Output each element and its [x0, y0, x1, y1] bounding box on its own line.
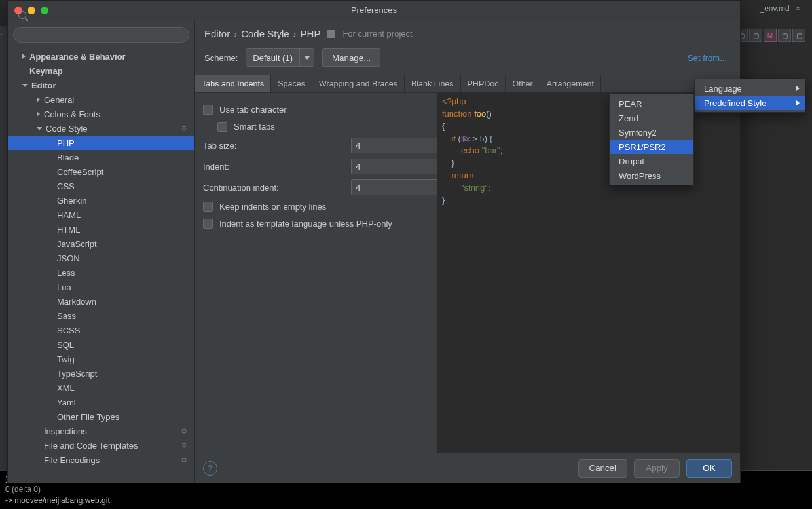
smart-tabs-checkbox[interactable]	[217, 122, 227, 132]
indent-template-checkbox[interactable]	[203, 219, 213, 229]
close-window-button[interactable]	[14, 7, 22, 14]
tab-spaces[interactable]: Spaces	[271, 75, 312, 92]
scheme-value: Default (1)	[246, 53, 299, 63]
menu-item-label: Drupal	[619, 157, 644, 166]
chevron-down-icon[interactable]	[299, 49, 314, 66]
tree-item-label: JSON	[57, 254, 80, 263]
tree-item-appearance-behavior[interactable]: Appearance & Behavior	[8, 49, 194, 64]
minimize-window-button[interactable]	[28, 7, 35, 14]
tab-phpdoc[interactable]: PHPDoc	[461, 75, 506, 92]
tree-item-javascript[interactable]: JavaScript	[8, 236, 194, 251]
tree-item-scss[interactable]: SCSS	[8, 323, 194, 337]
bg-editor-tab[interactable]: _env.md ×	[760, 4, 801, 13]
tree-item-blade[interactable]: Blade	[8, 150, 194, 164]
tree-item-sass[interactable]: Sass	[8, 309, 194, 323]
tree-item-twig[interactable]: Twig	[8, 352, 194, 366]
crumb-editor[interactable]: Editor	[204, 28, 230, 39]
smart-tabs-row: Smart tabs	[203, 118, 434, 135]
menu-item-drupal[interactable]: Drupal	[610, 154, 693, 168]
tree-item-label: Sass	[57, 311, 76, 321]
menu-item-symfony2[interactable]: Symfony2	[610, 125, 693, 140]
tree-item-code-style[interactable]: Code Style⛭	[8, 121, 194, 136]
tree-item-json[interactable]: JSON	[8, 251, 194, 265]
terminal-line: 0 (delta 0)	[5, 484, 807, 495]
tree-item-label: File and Code Templates	[44, 441, 138, 451]
terminal-line: -> moovee/meijiabang.web.git	[5, 495, 807, 506]
tree-item-html[interactable]: HTML	[8, 222, 194, 236]
apply-button[interactable]: Apply	[634, 459, 680, 478]
cancel-button[interactable]: Cancel	[578, 459, 628, 478]
chevron-right-icon	[37, 111, 40, 117]
tree-item-file-encodings[interactable]: File Encodings⛭	[8, 453, 194, 467]
scheme-combobox[interactable]: Default (1)	[246, 48, 314, 67]
tab-arrangement[interactable]: Arrangement	[540, 75, 601, 92]
breadcrumb: Editor › Code Style › PHP For current pr…	[195, 20, 740, 45]
tree-item-haml[interactable]: HAML	[8, 208, 194, 222]
tree-item-colors-fonts[interactable]: Colors & Fonts	[8, 107, 194, 121]
tree-item-typescript[interactable]: TypeScript	[8, 366, 194, 381]
menu-item-predefined-style[interactable]: Predefined Style	[695, 96, 805, 110]
tree-item-label: Colors & Fonts	[44, 109, 100, 119]
tree-item-label: TypeScript	[57, 369, 97, 379]
gear-icon: ⛭	[181, 124, 188, 132]
tab-wrapping-and-braces[interactable]: Wrapping and Braces	[312, 75, 405, 92]
set-from-link[interactable]: Set from...	[688, 53, 731, 63]
tree-item-label: Editor	[31, 81, 56, 90]
tree-item-other-file-types[interactable]: Other File Types	[8, 409, 194, 424]
indent-form: Use tab character Smart tabs Tab size: I…	[195, 93, 437, 453]
menu-item-pear[interactable]: PEAR	[610, 96, 693, 111]
menu-item-label: Language	[704, 84, 742, 94]
menu-item-wordpress[interactable]: WordPress	[610, 168, 693, 183]
tree-item-lua[interactable]: Lua	[8, 280, 194, 294]
menu-item-zend[interactable]: Zend	[610, 111, 693, 125]
chevron-right-icon	[37, 97, 40, 102]
tree-item-markdown[interactable]: Markdown	[8, 294, 194, 309]
tree-item-coffeescript[interactable]: CoffeeScript	[8, 164, 194, 179]
settings-tree[interactable]: Appearance & BehaviorKeymapEditorGeneral…	[8, 47, 194, 483]
zoom-window-button[interactable]	[41, 7, 48, 14]
search-input[interactable]	[13, 27, 189, 43]
tree-item-css[interactable]: CSS	[8, 179, 194, 193]
crumb-codestyle[interactable]: Code Style	[241, 28, 289, 39]
menu-item-psr1-psr2[interactable]: PSR1/PSR2	[610, 140, 693, 154]
tab-size-label: Tab size:	[203, 141, 346, 151]
keep-indents-checkbox[interactable]	[203, 202, 213, 212]
tab-tabs-and-indents[interactable]: Tabs and Indents	[195, 75, 271, 92]
close-icon[interactable]: ×	[796, 4, 800, 13]
tree-item-editor[interactable]: Editor	[8, 78, 194, 92]
tab-blank-lines[interactable]: Blank Lines	[405, 75, 461, 92]
manage-button[interactable]: Manage...	[322, 48, 380, 67]
menu-item-label: Symfony2	[619, 128, 657, 138]
tree-item-yaml[interactable]: Yaml	[8, 395, 194, 409]
tab-other[interactable]: Other	[506, 75, 540, 92]
bg-icon-4[interactable]: ▢	[792, 29, 805, 42]
use-tab-checkbox[interactable]	[203, 105, 213, 115]
titlebar[interactable]: Preferences	[8, 1, 740, 20]
tree-item-less[interactable]: Less	[8, 265, 194, 280]
help-button[interactable]: ?	[203, 461, 217, 476]
menu-item-language[interactable]: Language	[695, 81, 805, 96]
chevron-right-icon: ›	[234, 28, 237, 39]
tree-item-xml[interactable]: XML	[8, 381, 194, 395]
tree-item-label: Code Style	[46, 124, 88, 134]
tree-item-label: General	[44, 95, 74, 105]
tree-item-keymap[interactable]: Keymap	[8, 64, 194, 78]
project-scope-note: For current project	[342, 29, 412, 39]
tree-item-sql[interactable]: SQL	[8, 337, 194, 352]
gear-icon: ⛭	[181, 427, 188, 435]
tree-item-general[interactable]: General	[8, 92, 194, 107]
menu-item-label: PEAR	[619, 99, 642, 109]
ok-button[interactable]: OK	[686, 459, 732, 478]
indent-template-row: Indent as template language unless PHP-o…	[203, 215, 434, 232]
tree-item-php[interactable]: PHP	[8, 136, 194, 150]
chevron-right-icon: ›	[293, 28, 297, 39]
window-controls	[14, 7, 48, 14]
tree-item-gherkin[interactable]: Gherkin	[8, 193, 194, 208]
bg-icon-2[interactable]: ▢	[749, 29, 762, 42]
predefined-style-submenu[interactable]: PEARZendSymfony2PSR1/PSR2DrupalWordPress	[609, 94, 694, 185]
tree-item-file-and-code-templates[interactable]: File and Code Templates⛭	[8, 438, 194, 453]
set-from-menu[interactable]: LanguagePredefined Style	[694, 79, 805, 113]
bg-icon-3[interactable]: ▢	[778, 29, 791, 42]
bg-icon-m[interactable]: M	[764, 29, 777, 42]
tree-item-inspections[interactable]: Inspections⛭	[8, 424, 194, 438]
